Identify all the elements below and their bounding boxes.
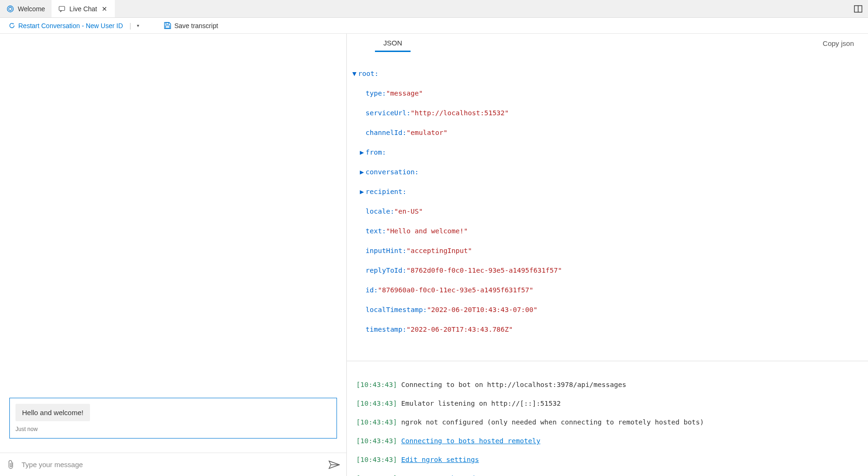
log-line: [10:43:43] Connecting to bots hosted rem… — [356, 436, 859, 446]
tree-toggle[interactable]: ▼ — [351, 69, 358, 79]
json-key: serviceUrl: — [366, 108, 411, 118]
tree-toggle[interactable]: ▶ — [358, 167, 366, 177]
json-key: channelId: — [366, 128, 406, 138]
tree-toggle[interactable]: ▶ — [358, 148, 366, 157]
tab-welcome[interactable]: Welcome — [0, 0, 52, 17]
toolbar: Restart Conversation - New User ID | ▾ S… — [0, 18, 868, 34]
log-timestamp: [10:43:43] — [356, 381, 397, 388]
tab-label: Live Chat — [69, 5, 97, 13]
json-key: type: — [366, 89, 386, 98]
json-key: timestamp: — [366, 325, 406, 335]
welcome-icon — [7, 5, 14, 13]
svg-rect-2 — [59, 6, 65, 10]
svg-point-0 — [7, 6, 14, 12]
json-value: "en-US" — [394, 207, 423, 216]
json-value: "8762d0f0-f0c0-11ec-93e5-a1495f631f57" — [406, 266, 562, 275]
chevron-down-icon[interactable]: ▾ — [134, 21, 142, 30]
svg-rect-5 — [166, 22, 169, 24]
message-input[interactable] — [22, 461, 322, 469]
log-text: Connecting to bot on http://localhost:39… — [401, 381, 626, 388]
send-icon[interactable] — [329, 461, 340, 469]
json-value: "2022-06-20T17:43:43.786Z" — [406, 325, 513, 335]
chat-input-bar — [0, 453, 346, 476]
inspector-panel: JSON Copy json ▼root: type: "message" se… — [347, 34, 868, 476]
message-bubble: Hello and welcome! — [15, 404, 90, 421]
json-key: localTimestamp: — [366, 305, 427, 315]
tab-live-chat[interactable]: Live Chat ✕ — [52, 0, 115, 17]
json-key: conversation: — [366, 167, 419, 177]
selected-message[interactable]: Hello and welcome! Just now — [9, 398, 337, 439]
log-timestamp: [10:43:43] — [356, 418, 397, 426]
separator: | — [129, 22, 131, 30]
log-text: Emulator listening on http://[::]:51532 — [401, 400, 561, 407]
log-timestamp: [10:43:43] — [356, 456, 397, 463]
message-text: Hello and welcome! — [22, 409, 83, 416]
log-panel: [10:43:43] Connecting to bot on http://l… — [347, 361, 868, 476]
save-label: Save transcript — [174, 22, 218, 30]
json-key: inputHint: — [366, 246, 406, 256]
json-tree: ▼root: type: "message" serviceUrl: "http… — [347, 53, 868, 361]
svg-point-1 — [9, 7, 12, 10]
tab-label: Welcome — [18, 5, 45, 13]
copy-json-button[interactable]: Copy json — [823, 39, 859, 47]
message-timestamp: Just now — [15, 426, 331, 432]
json-key: text: — [366, 226, 386, 236]
tree-toggle[interactable]: ▶ — [358, 187, 366, 197]
chat-icon — [58, 5, 66, 13]
json-key: from: — [366, 148, 386, 157]
close-icon[interactable]: ✕ — [101, 5, 108, 13]
chat-transcript: Hello and welcome! Just now — [0, 34, 346, 453]
json-value: "2022-06-20T10:43:43-07:00" — [427, 305, 538, 315]
json-key: replyToId: — [366, 266, 406, 275]
tab-bar: Welcome Live Chat ✕ — [0, 0, 868, 18]
json-key: recipient: — [366, 187, 406, 197]
json-key: locale: — [366, 207, 394, 216]
json-value: "emulator" — [406, 128, 447, 138]
chat-panel: Hello and welcome! Just now — [0, 34, 347, 476]
json-value: "876960a0-f0c0-11ec-93e5-a1495f631f57" — [378, 285, 533, 295]
restart-label: Restart Conversation - New User ID — [18, 22, 123, 30]
log-line: [10:43:43] -> conversationUpdate — [356, 474, 859, 476]
json-key: root: — [358, 69, 379, 79]
svg-rect-6 — [165, 26, 170, 28]
json-header: JSON Copy json — [347, 34, 868, 53]
json-value: "acceptingInput" — [406, 246, 472, 256]
json-value: "http://localhost:51532" — [411, 108, 509, 118]
log-link[interactable]: Edit ngrok settings — [401, 456, 479, 463]
attachment-icon[interactable] — [7, 460, 15, 470]
log-line: [10:43:43] Connecting to bot on http://l… — [356, 380, 859, 389]
json-value: "message" — [386, 89, 423, 98]
log-line: [10:43:43] ngrok not configured (only ne… — [356, 417, 859, 427]
main-area: Hello and welcome! Just now JSON Copy js… — [0, 34, 868, 476]
log-line: [10:43:43] Edit ngrok settings — [356, 455, 859, 464]
log-text: ngrok not configured (only needed when c… — [401, 418, 704, 426]
log-timestamp: [10:43:43] — [356, 400, 397, 407]
json-tab[interactable]: JSON — [375, 35, 411, 52]
save-transcript-button[interactable]: Save transcript — [160, 20, 222, 31]
panel-toggle-icon[interactable] — [854, 5, 862, 13]
log-timestamp: [10:43:43] — [356, 437, 397, 445]
refresh-icon — [8, 22, 15, 29]
save-icon — [164, 22, 172, 30]
log-line: [10:43:43] Emulator listening on http://… — [356, 399, 859, 408]
log-link[interactable]: Connecting to bots hosted remotely — [401, 437, 540, 445]
json-key: id: — [366, 285, 378, 295]
json-value: "Hello and welcome!" — [386, 226, 468, 236]
restart-conversation-button[interactable]: Restart Conversation - New User ID — [5, 20, 127, 31]
